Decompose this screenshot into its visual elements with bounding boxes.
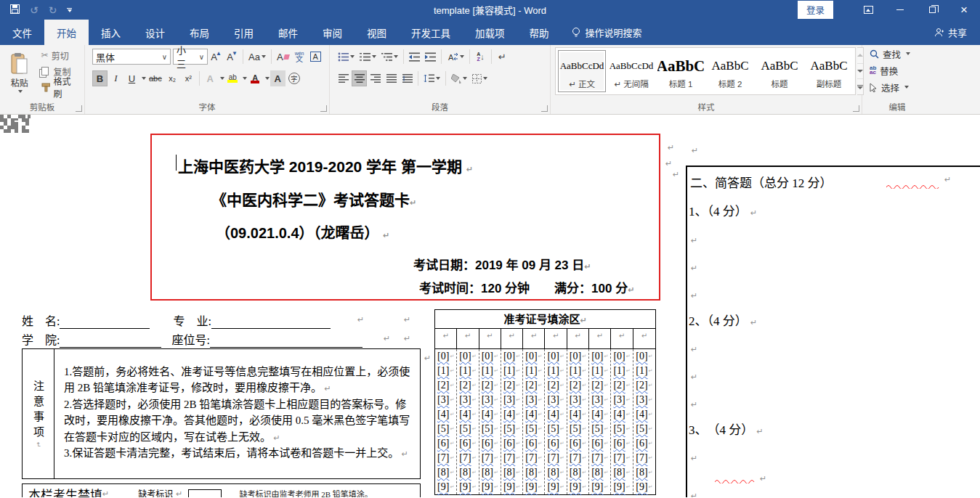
bubble-digit[interactable]: [8]↵ — [589, 465, 610, 480]
ticket-digit-cell[interactable]: ↵ — [545, 329, 567, 348]
paragraph-dialog-launcher[interactable] — [541, 105, 548, 112]
bullets-icon[interactable] — [336, 49, 357, 65]
borders-icon[interactable] — [470, 70, 490, 86]
minimize-button[interactable] — [884, 0, 916, 20]
bubble-digit[interactable]: [4]↵ — [479, 407, 501, 422]
bubble-digit[interactable]: [0]↵ — [479, 349, 501, 364]
bubble-digit[interactable]: [5]↵ — [611, 422, 632, 436]
grow-font-button[interactable]: A▲ — [208, 49, 224, 65]
phonetic-guide-button[interactable]: wén文 — [292, 49, 307, 65]
bubble-digit[interactable]: [7]↵ — [567, 451, 588, 465]
bubble-digit[interactable]: [8]↵ — [523, 465, 544, 480]
tab-4[interactable]: 布局 — [177, 20, 222, 45]
clipboard-dialog-launcher[interactable] — [76, 105, 82, 112]
bubble-digit[interactable]: [6]↵ — [589, 436, 610, 451]
bubble-digit[interactable]: [2]↵ — [567, 378, 588, 393]
bubble-digit[interactable]: [5]↵ — [435, 422, 456, 436]
format-painter-button[interactable]: 格式刷 — [39, 79, 81, 95]
bubble-digit[interactable]: [9]↵ — [523, 480, 544, 494]
bubble-digit[interactable]: [8]↵ — [435, 465, 456, 480]
decrease-indent-icon[interactable] — [407, 49, 422, 65]
bubble-digit[interactable]: [2]↵ — [633, 378, 655, 393]
ribbon-display-options-icon[interactable] — [852, 0, 884, 20]
bubble-digit[interactable]: [2]↵ — [611, 378, 632, 393]
bubble-digit[interactable]: [0]↵ — [435, 349, 456, 364]
font-color-dropdown-arrow[interactable] — [265, 77, 270, 80]
tab-2[interactable]: 插入 — [89, 20, 133, 45]
bubble-digit[interactable]: [1]↵ — [523, 364, 544, 378]
bubble-digit[interactable]: [0]↵ — [545, 349, 566, 364]
bubble-digit[interactable]: [8]↵ — [457, 465, 478, 480]
restore-button[interactable] — [916, 0, 948, 20]
major-field-line[interactable] — [211, 317, 331, 329]
bubble-digit[interactable]: [9]↵ — [611, 480, 632, 494]
bubble-digit[interactable]: [7]↵ — [479, 451, 501, 465]
multilevel-list-icon[interactable] — [379, 49, 400, 65]
find-button[interactable]: 查找 — [870, 46, 929, 61]
style-card-3[interactable]: AaBbC标题 2 — [706, 50, 754, 92]
document-canvas[interactable]: 上海中医药大学 2019-2020 学年 第一学期 ↵ 《中医内科学二》考试答题… — [0, 115, 980, 497]
bubble-digit[interactable]: [4]↵ — [589, 407, 610, 422]
align-center-icon[interactable] — [352, 70, 367, 86]
tab-11[interactable]: 帮助 — [517, 20, 562, 45]
style-card-4[interactable]: AaBbC标题 — [756, 50, 803, 92]
text-effects-button[interactable]: A — [203, 70, 218, 86]
bubble-digit[interactable]: [0]↵ — [567, 349, 588, 364]
bubble-digit[interactable]: [5]↵ — [457, 422, 478, 436]
bubble-digit[interactable]: [7]↵ — [589, 451, 610, 465]
font-color-button[interactable]: A — [248, 70, 263, 86]
bubble-digit[interactable]: [0]↵ — [611, 349, 632, 364]
bubble-digit[interactable]: [2]↵ — [589, 378, 610, 393]
numbering-icon[interactable] — [357, 49, 378, 65]
bubble-digit[interactable]: [2]↵ — [435, 378, 456, 393]
bubble-digit[interactable]: [3]↵ — [523, 393, 544, 407]
tab-10[interactable]: 加载项 — [463, 20, 517, 45]
bubble-digit[interactable]: [5]↵ — [567, 422, 588, 436]
tab-8[interactable]: 视图 — [355, 20, 399, 45]
bubble-digit[interactable]: [9]↵ — [435, 480, 456, 494]
bubble-digit[interactable]: [5]↵ — [633, 422, 655, 436]
redo-icon[interactable]: ↻ — [49, 5, 57, 15]
style-card-2[interactable]: AaBbC标题 1 — [657, 50, 705, 92]
bubble-digit[interactable]: [6]↵ — [611, 436, 632, 451]
tab-9[interactable]: 开发工具 — [399, 20, 463, 45]
bubble-digit[interactable]: [3]↵ — [589, 393, 610, 407]
bubble-digit[interactable]: [7]↵ — [435, 451, 456, 465]
bubble-digit[interactable]: [2]↵ — [457, 378, 478, 393]
bubble-digit[interactable]: [0]↵ — [501, 349, 522, 364]
character-border-button[interactable]: A — [308, 49, 323, 65]
font-name-combo[interactable]: 黑体∨ — [92, 49, 171, 65]
ticket-digit-cell[interactable]: ↵ — [457, 329, 479, 348]
bubble-digit[interactable]: [4]↵ — [567, 407, 588, 422]
bubble-digit[interactable]: [6]↵ — [479, 436, 501, 451]
bubble-digit[interactable]: [6]↵ — [633, 436, 655, 451]
bubble-digit[interactable]: [6]↵ — [567, 436, 588, 451]
align-left-icon[interactable] — [336, 70, 351, 86]
name-field-line[interactable] — [60, 317, 150, 329]
bubble-digit[interactable]: [2]↵ — [545, 378, 566, 393]
bubble-digit[interactable]: [3]↵ — [479, 393, 501, 407]
bubble-digit[interactable]: [0]↵ — [589, 349, 610, 364]
superscript-button[interactable]: x² — [181, 70, 196, 86]
bubble-digit[interactable]: [9]↵ — [457, 480, 478, 494]
bubble-digit[interactable]: [1]↵ — [589, 364, 610, 378]
bubble-digit[interactable]: [5]↵ — [523, 422, 544, 436]
bubble-digit[interactable]: [6]↵ — [545, 436, 566, 451]
bubble-digit[interactable]: [3]↵ — [457, 393, 478, 407]
bubble-digit[interactable]: [2]↵ — [501, 378, 522, 393]
bubble-digit[interactable]: [9]↵ — [589, 480, 610, 494]
bubble-digit[interactable]: [3]↵ — [567, 393, 588, 407]
paste-button[interactable]: 粘贴 — [3, 47, 36, 98]
tab-1[interactable]: 开始 — [44, 20, 89, 45]
bubble-digit[interactable]: [7]↵ — [611, 451, 632, 465]
bubble-digit[interactable]: [1]↵ — [457, 364, 478, 378]
bubble-digit[interactable]: [8]↵ — [545, 465, 566, 480]
absent-mark-box[interactable] — [188, 489, 222, 498]
paste-dropdown-arrow[interactable] — [18, 90, 23, 93]
bubble-digit[interactable]: [6]↵ — [457, 436, 478, 451]
tell-me-search[interactable]: 操作说明搜索 — [572, 20, 642, 45]
bubble-digit[interactable]: [8]↵ — [501, 465, 522, 480]
tab-3[interactable]: 设计 — [133, 20, 177, 45]
bubble-digit[interactable]: [1]↵ — [501, 364, 522, 378]
bubble-digit[interactable]: [4]↵ — [457, 407, 478, 422]
